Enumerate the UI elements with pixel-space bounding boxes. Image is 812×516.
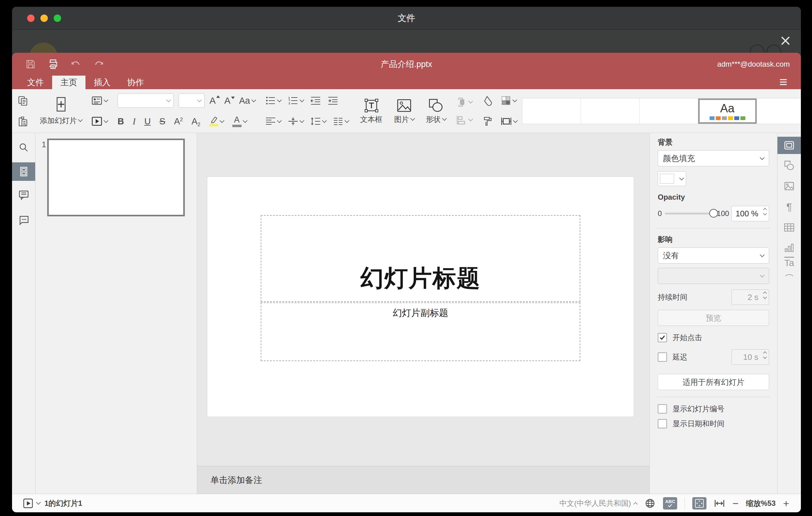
add-slide-button[interactable]: 添加幻灯片	[38, 92, 84, 130]
insert-picture-button[interactable]: 图片	[393, 98, 416, 124]
increase-font-button[interactable]: A	[209, 95, 219, 106]
strikethrough-button[interactable]: S	[160, 116, 165, 126]
tab-collaboration[interactable]: 协作	[119, 76, 152, 89]
show-date-time-checkbox[interactable]	[658, 419, 667, 428]
save-icon[interactable]	[26, 59, 35, 69]
horizontal-align-button[interactable]	[265, 117, 281, 126]
chart-settings-icon[interactable]	[783, 242, 795, 254]
fill-color-picker[interactable]	[658, 171, 686, 186]
subtitle-placeholder[interactable]: 幻灯片副标题	[261, 303, 580, 361]
globe-icon[interactable]	[644, 498, 656, 509]
textart-settings-icon[interactable]: Ta	[784, 258, 794, 279]
insert-textbox-button[interactable]: 文本框	[358, 98, 384, 124]
ribbon-tabs: 文件 主页 插入 协作	[12, 76, 801, 89]
copy-icon[interactable]	[18, 95, 28, 106]
slide-size-button[interactable]	[501, 116, 517, 126]
decrease-indent-icon[interactable]	[310, 96, 321, 105]
paragraph-settings-icon[interactable]: ¶	[786, 201, 792, 213]
tab-file[interactable]: 文件	[19, 76, 52, 89]
show-slide-number-checkbox[interactable]	[658, 404, 667, 413]
slide-canvas[interactable]: 幻灯片标题 幻灯片副标题	[207, 177, 634, 417]
vertical-align-button[interactable]	[288, 117, 303, 126]
effect-select[interactable]: 没有	[658, 248, 769, 263]
title-placeholder[interactable]: 幻灯片标题	[261, 215, 580, 302]
duration-input: 2 s	[731, 289, 769, 305]
slide-thumbnail-1[interactable]	[47, 139, 185, 216]
align-shape-button[interactable]	[456, 115, 472, 125]
check-icon	[659, 334, 666, 341]
comments-icon[interactable]	[18, 189, 30, 201]
theme-thumbnail[interactable]	[640, 98, 698, 124]
align-left-icon	[265, 117, 276, 126]
home-toolbar: 添加幻灯片	[12, 89, 801, 133]
bullet-list-button[interactable]	[265, 96, 281, 105]
insert-shape-button[interactable]: 形状	[424, 98, 448, 124]
close-modal-icon[interactable]	[779, 34, 792, 47]
color-scheme-button[interactable]	[501, 95, 517, 106]
numbered-list-button[interactable]	[288, 96, 303, 105]
slides-panel-icon[interactable]	[18, 166, 29, 177]
line-spacing-button[interactable]	[310, 117, 326, 126]
theme-thumbnail[interactable]	[522, 98, 581, 124]
chat-icon[interactable]	[18, 214, 30, 226]
undo-icon[interactable]	[71, 59, 81, 69]
notes-area[interactable]: 单击添加备注	[197, 466, 649, 494]
tab-home[interactable]: 主页	[52, 76, 85, 89]
slide-layout-button[interactable]	[91, 95, 108, 106]
apply-to-all-button[interactable]: 适用于所有幻灯片	[658, 374, 769, 390]
underline-button[interactable]: U	[144, 116, 151, 126]
opacity-max-label: 100	[717, 209, 729, 218]
opacity-value-input[interactable]: 100 %	[731, 206, 769, 221]
spinner-buttons[interactable]	[763, 208, 766, 216]
opacity-slider[interactable]	[665, 212, 714, 214]
language-selector[interactable]: 中文(中华人民共和国)	[559, 498, 637, 508]
zoom-out-button[interactable]: −	[732, 498, 738, 509]
search-icon[interactable]	[18, 142, 29, 153]
zoom-in-button[interactable]: +	[783, 498, 789, 509]
arrange-shape-button[interactable]	[456, 97, 472, 107]
menu-hamburger-icon[interactable]	[778, 76, 789, 88]
paste-icon[interactable]	[18, 116, 28, 126]
highlight-color-button[interactable]	[209, 116, 224, 126]
fit-width-icon[interactable]	[714, 499, 725, 508]
font-color-button[interactable]: A	[232, 116, 247, 127]
chevron-down-icon	[104, 118, 109, 123]
change-case-button[interactable]: Aa	[239, 96, 255, 106]
spellcheck-toggle[interactable]: ABC	[663, 497, 677, 510]
start-slideshow-status-icon[interactable]	[23, 498, 34, 509]
fit-slide-toggle[interactable]	[692, 497, 706, 510]
italic-button[interactable]: I	[133, 116, 136, 126]
redo-icon[interactable]	[93, 59, 104, 69]
start-on-click-checkbox[interactable]	[658, 333, 667, 342]
clear-style-icon[interactable]	[482, 95, 493, 106]
background-fill-select[interactable]: 颜色填充	[658, 150, 769, 166]
tab-insert[interactable]: 插入	[85, 76, 119, 89]
subscript-button[interactable]: A2	[192, 116, 201, 126]
decrease-font-button[interactable]: A	[224, 95, 234, 106]
fill-value: 颜色填充	[663, 153, 695, 164]
print-icon[interactable]	[48, 59, 58, 69]
theme-thumbnail[interactable]	[757, 98, 801, 124]
opacity-label: Opacity	[658, 193, 769, 202]
font-name-select[interactable]	[118, 93, 174, 108]
show-slide-number-label: 显示幻灯片编号	[672, 404, 724, 414]
copy-style-icon[interactable]	[482, 116, 493, 126]
table-settings-icon[interactable]	[783, 222, 795, 233]
color-swatch	[660, 174, 674, 183]
start-slideshow-button[interactable]	[91, 116, 108, 126]
delay-checkbox[interactable]	[658, 352, 667, 362]
theme-thumbnail-selected[interactable]: Aa	[698, 98, 757, 124]
style-group	[482, 92, 517, 130]
superscript-button[interactable]: A2	[174, 116, 183, 126]
shape-settings-icon[interactable]	[783, 160, 795, 171]
slide-layout-icon	[91, 95, 103, 106]
textbox-label: 文本框	[360, 114, 382, 124]
font-size-select[interactable]	[179, 93, 205, 108]
bold-button[interactable]: B	[118, 116, 124, 126]
chevron-down-icon[interactable]	[36, 500, 41, 505]
image-settings-icon[interactable]	[783, 180, 795, 192]
increase-indent-icon[interactable]	[328, 96, 338, 105]
slide-settings-icon[interactable]	[783, 140, 795, 151]
theme-thumbnail[interactable]	[581, 98, 640, 124]
columns-button[interactable]	[333, 117, 349, 126]
